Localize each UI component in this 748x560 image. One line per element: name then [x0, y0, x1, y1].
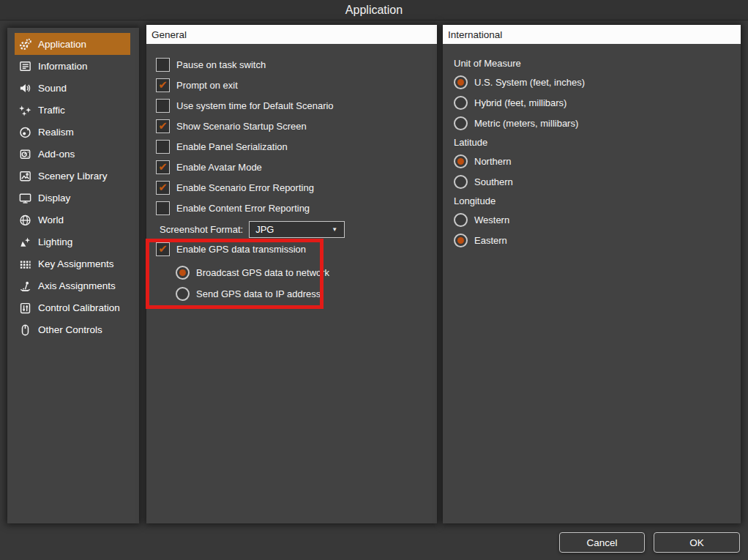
dialog-titlebar: Application: [0, 0, 748, 20]
radio-row-southern[interactable]: Southern: [454, 171, 741, 192]
radio-button[interactable]: [454, 175, 468, 189]
checkbox[interactable]: [156, 119, 170, 133]
general-header-label: General: [152, 29, 187, 40]
sidebar-item-information[interactable]: Information: [15, 55, 130, 77]
keyboard-icon: [18, 256, 32, 271]
radio-label: Northern: [474, 156, 512, 167]
screenshot-format-select[interactable]: JPG ▼: [249, 221, 345, 238]
checkbox-row-enable-panel-serialization[interactable]: Enable Panel Serialization: [156, 136, 437, 157]
checkbox[interactable]: [156, 160, 170, 174]
radio-label: U.S. System (feet, inches): [474, 77, 585, 88]
radio-label: Eastern: [474, 235, 507, 246]
checkbox[interactable]: [156, 140, 170, 154]
checkbox[interactable]: [156, 201, 170, 215]
gauge-icon: [18, 124, 32, 139]
checkbox-row-enable-content-error-reporting[interactable]: Enable Content Error Reporting: [156, 198, 437, 218]
chevron-down-icon: ▼: [332, 226, 337, 233]
checkbox[interactable]: [156, 181, 170, 195]
radio-label: Western: [474, 214, 509, 225]
checkbox-label: Pause on task switch: [176, 59, 266, 70]
sidebar-item-world[interactable]: World: [15, 209, 130, 231]
checkbox-label: Enable GPS data transmission: [176, 244, 306, 255]
checkbox[interactable]: [156, 99, 170, 113]
general-panel-body: Pause on task switch Prompt on exit Use …: [146, 44, 437, 305]
sidebar-item-traffic[interactable]: Traffic: [15, 99, 130, 121]
radio-label: Southern: [474, 176, 513, 187]
cancel-button[interactable]: Cancel: [559, 532, 645, 553]
group-label-unit-of-measure: Unit of Measure: [454, 54, 741, 72]
sidebar-item-label: Control Calibration: [38, 302, 120, 313]
checkbox-label: Enable Content Error Reporting: [176, 203, 310, 214]
radio-label: Hybrid (feet, millibars): [474, 97, 566, 108]
general-panel: General Pause on task switch Prompt on e…: [146, 25, 437, 523]
international-panel-body: Unit of Measure U.S. System (feet, inche…: [443, 44, 741, 250]
radio-button[interactable]: [454, 234, 468, 247]
radio-button[interactable]: [454, 154, 468, 168]
sidebar-item-label: Information: [38, 61, 88, 72]
radio-button[interactable]: [454, 116, 468, 130]
airplanes-icon: [18, 102, 32, 117]
sidebar-item-realism[interactable]: Realism: [15, 121, 130, 143]
checkbox-label: Enable Avatar Mode: [176, 162, 262, 173]
mouse-icon: [18, 322, 32, 337]
sidebar-item-label: Other Controls: [38, 324, 102, 335]
joystick-icon: [18, 278, 32, 293]
screenshot-format-value: JPG: [255, 224, 274, 235]
speaker-icon: [18, 81, 32, 95]
radio-row-metric[interactable]: Metric (meters, millibars): [454, 113, 741, 133]
radio-row-us-system[interactable]: U.S. System (feet, inches): [454, 72, 741, 92]
checkbox-row-use-system-time[interactable]: Use system time for Default Scenario: [156, 95, 437, 116]
sidebar-item-sound[interactable]: Sound: [15, 77, 130, 99]
ok-button[interactable]: OK: [654, 532, 740, 553]
checkbox-row-enable-avatar-mode[interactable]: Enable Avatar Mode: [156, 157, 437, 177]
sidebar-item-application[interactable]: Application: [15, 33, 130, 55]
sidebar-item-scenery-library[interactable]: Scenery Library: [15, 165, 130, 187]
checkbox-label: Enable Scenario Error Reporting: [176, 182, 314, 193]
sidebar-item-add-ons[interactable]: Add-ons: [15, 143, 130, 165]
addon-box-icon: [18, 146, 32, 161]
gears-icon: [18, 37, 32, 51]
sidebar-item-axis-assignments[interactable]: Axis Assignments: [15, 275, 130, 296]
international-header-label: International: [448, 29, 502, 40]
sidebar-item-other-controls[interactable]: Other Controls: [15, 318, 130, 340]
sliders-icon: [18, 300, 32, 315]
radio-row-northern[interactable]: Northern: [454, 151, 741, 171]
checkbox[interactable]: [156, 78, 170, 92]
sidebar-item-label: Application: [38, 39, 86, 50]
checkbox-row-show-scenario-startup[interactable]: Show Scenario Startup Screen: [156, 116, 437, 136]
sidebar-item-label: Axis Assignments: [38, 280, 116, 291]
radio-button[interactable]: [176, 266, 190, 280]
general-panel-header: General: [146, 25, 437, 44]
radio-row-western[interactable]: Western: [454, 209, 741, 230]
checkbox-row-prompt-on-exit[interactable]: Prompt on exit: [156, 75, 437, 95]
spotlight-icon: [18, 234, 32, 249]
sidebar-item-control-calibration[interactable]: Control Calibration: [15, 296, 130, 318]
radio-label: Metric (meters, millibars): [474, 118, 578, 129]
scenery-icon: [18, 168, 32, 183]
sidebar-item-label: Display: [38, 193, 70, 204]
radio-button[interactable]: [454, 213, 468, 227]
sidebar-item-label: Scenery Library: [38, 171, 108, 182]
checkbox[interactable]: [156, 58, 170, 72]
checkbox-row-enable-gps-data-transmission[interactable]: Enable GPS data transmission: [156, 239, 437, 259]
sidebar-item-label: Realism: [38, 127, 74, 138]
sidebar-item-display[interactable]: Display: [15, 187, 130, 209]
group-label-longitude: Longitude: [454, 192, 741, 209]
radio-row-send-gps-ip[interactable]: Send GPS data to IP address: [176, 283, 437, 305]
radio-row-hybrid[interactable]: Hybrid (feet, millibars): [454, 92, 741, 113]
radio-button[interactable]: [454, 75, 468, 89]
radio-button[interactable]: [176, 287, 190, 301]
radio-row-broadcast-gps[interactable]: Broadcast GPS data to network: [176, 262, 437, 283]
checkbox[interactable]: [156, 242, 170, 256]
radio-row-eastern[interactable]: Eastern: [454, 230, 741, 250]
radio-label: Send GPS data to IP address: [196, 288, 321, 299]
monitor-icon: [18, 190, 32, 205]
screenshot-format-row: Screenshot Format: JPG ▼: [156, 220, 437, 239]
checkbox-row-enable-scenario-error-reporting[interactable]: Enable Scenario Error Reporting: [156, 177, 437, 198]
sidebar-item-lighting[interactable]: Lighting: [15, 231, 130, 253]
radio-button[interactable]: [454, 96, 468, 110]
sidebar-item-label: Traffic: [38, 105, 65, 116]
checkbox-label: Show Scenario Startup Screen: [176, 121, 307, 132]
checkbox-row-pause-on-task-switch[interactable]: Pause on task switch: [156, 54, 437, 75]
sidebar-item-key-assignments[interactable]: Key Assignments: [15, 253, 130, 275]
